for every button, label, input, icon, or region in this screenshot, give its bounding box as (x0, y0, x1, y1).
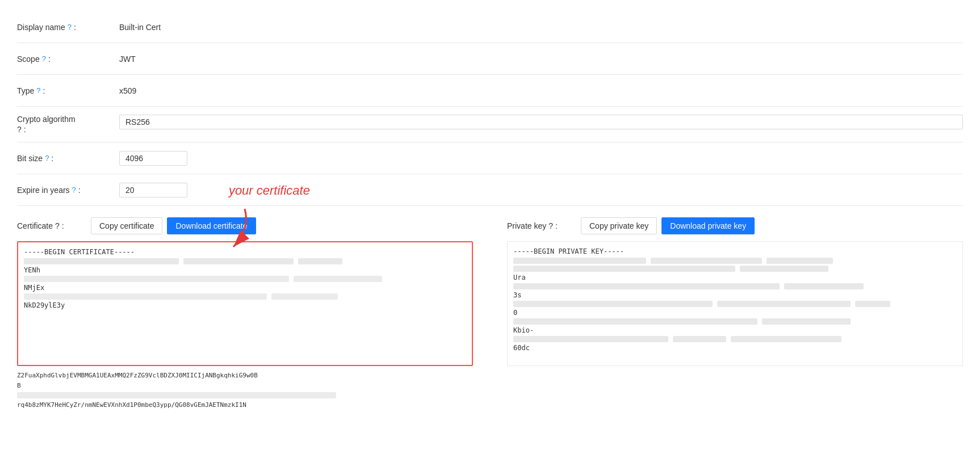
cert-blurred-line-1 (24, 258, 466, 264)
crypto-help-icon[interactable]: ? (17, 125, 22, 134)
display-name-label: Display name ? : (17, 23, 119, 32)
cert-line3: NkD29ylE3y (24, 301, 466, 309)
copy-private-key-button[interactable]: Copy private key (581, 217, 657, 234)
expire-years-label: Expire in years ? : (17, 186, 119, 195)
cert-long-line: Z2FuaXphdGlvbjEVMBMGA1UEAxMMQ2FzZG9VclBD… (17, 371, 473, 381)
certificate-panel: your certificate Certificate ? : Copy ce… (17, 217, 473, 410)
private-key-help-icon[interactable]: ? (548, 221, 553, 230)
annotation-arrow (199, 206, 267, 251)
private-key-label: Private key ? : (507, 221, 575, 230)
bit-size-label: Bit size ? : (17, 154, 119, 163)
pk-line4: Kbio- (513, 326, 957, 334)
crypto-label-line1: Crypto algorithm (17, 115, 119, 124)
private-key-btn-group: Copy private key Download private key (581, 217, 755, 234)
type-help-icon[interactable]: ? (36, 86, 40, 95)
pk-begin-line: -----BEGIN PRIVATE KEY----- (513, 247, 957, 255)
private-key-panel-header: Private key ? : Copy private key Downloa… (507, 217, 963, 234)
type-label: Type ? : (17, 86, 119, 95)
copy-certificate-button[interactable]: Copy certificate (91, 217, 162, 234)
cert-last-line: rq4b8zMYK7HeHCyZr/nmNEwEVXnhXd1P0mbeQ3yp… (17, 400, 473, 410)
private-key-panel: Private key ? : Copy private key Downloa… (507, 217, 963, 410)
display-name-row: Display name ? : Built-in Cert (17, 11, 963, 43)
certificate-bottom-text: Z2FuaXphdGlvbjEVMBMGA1UEAxMMQ2FzZG9VclBD… (17, 366, 473, 410)
cert-line2: NMjEx (24, 284, 466, 292)
expire-years-input[interactable] (119, 183, 187, 197)
download-private-key-button[interactable]: Download private key (661, 217, 755, 234)
pk-line3: 0 (513, 309, 957, 317)
pk-blurred-1 (513, 258, 957, 264)
cert-blurred-line-2 (24, 276, 466, 282)
scope-row: Scope ? : JWT (17, 43, 963, 75)
bit-size-help-icon[interactable]: ? (45, 154, 49, 162)
expire-help-icon[interactable]: ? (72, 186, 76, 194)
cert-blurred-bottom (17, 392, 473, 398)
bit-size-row: Bit size ? : (17, 142, 963, 174)
display-name-value: Built-in Cert (119, 23, 161, 32)
pk-line5: 60dc (513, 344, 957, 352)
pk-line2: 3s (513, 291, 957, 299)
type-value: x509 (119, 86, 136, 95)
type-row: Type ? : x509 (17, 75, 963, 107)
cert-section: your certificate Certificate ? : Copy ce… (17, 206, 963, 422)
annotation-text: your certificate (229, 183, 310, 198)
crypto-algorithm-row: Crypto algorithm ? : (17, 107, 963, 142)
pk-blurred-4 (513, 301, 957, 307)
display-name-help-icon[interactable]: ? (68, 23, 72, 31)
pk-blurred-3 (513, 283, 957, 289)
scope-help-icon[interactable]: ? (42, 54, 46, 63)
cert-line1: YENh (24, 266, 466, 274)
crypto-label-line2: ? : (17, 125, 119, 134)
bit-size-input[interactable] (119, 151, 187, 166)
certificate-label: Certificate ? : (17, 221, 85, 230)
certificate-content[interactable]: -----BEGIN CERTIFICATE----- YENh NMjEx (18, 242, 472, 365)
pk-blurred-2 (513, 266, 957, 272)
cert-end-line: B (17, 381, 473, 391)
pk-blurred-5 (513, 318, 957, 325)
scope-label: Scope ? : (17, 54, 119, 64)
expire-years-row: Expire in years ? : (17, 174, 963, 206)
certificate-textarea-wrapper: -----BEGIN CERTIFICATE----- YENh NMjEx (17, 241, 473, 366)
cert-blurred-line-3 (24, 293, 466, 300)
crypto-algorithm-label-block: Crypto algorithm ? : (17, 115, 119, 134)
private-key-content[interactable]: -----BEGIN PRIVATE KEY----- Ura 3s (507, 241, 963, 366)
crypto-algorithm-input[interactable] (119, 115, 963, 129)
pk-blurred-6 (513, 336, 957, 342)
pk-line1: Ura (513, 274, 957, 281)
scope-value: JWT (119, 54, 136, 64)
page-container: Display name ? : Built-in Cert Scope ? :… (0, 0, 980, 433)
certificate-help-icon[interactable]: ? (55, 221, 60, 230)
